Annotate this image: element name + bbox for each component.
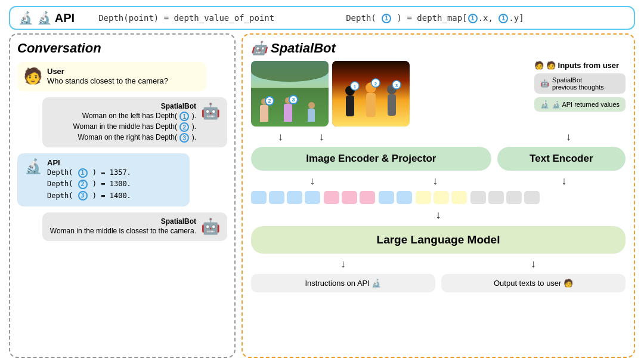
thoughts-chip: 🤖 SpatialBotprevious thoughts <box>534 73 626 94</box>
microscope-icon-chip: 🔬 <box>540 100 549 109</box>
p1-badge: 2 <box>265 96 274 106</box>
svg-rect-4 <box>366 93 376 117</box>
conversation-panel: Conversation 🧑 User Who stands closest t… <box>9 33 236 358</box>
nb2b: 2 <box>78 180 88 189</box>
arrow-enc3: ↓ <box>562 175 567 186</box>
api-header: 🔬 🔬 API Depth(point) = depth_value_of_po… <box>9 6 635 30</box>
bot1-text: Woman on the left has Depth( 1 ). Woman … <box>49 110 196 143</box>
api-title: 🔬 🔬 API <box>18 11 75 25</box>
svg-rect-2 <box>346 95 354 116</box>
output-arrow-2: ↓ <box>441 258 626 269</box>
token-p1 <box>324 191 339 204</box>
num-badge-1: 1 <box>382 14 391 23</box>
bot-avatar-icon-2: 🤖 <box>201 217 220 236</box>
api-icon: 🔬 <box>24 158 42 175</box>
bot-avatar-icon-1: 🤖 <box>201 102 220 121</box>
svg-rect-6 <box>388 94 396 116</box>
p2-body <box>284 104 292 122</box>
encoder-row: Image Encoder & Projector Text Encoder <box>251 147 626 171</box>
spatialbot-title-text: SpatialBot <box>271 41 336 56</box>
nb1: 1 <box>179 112 189 121</box>
depth-image: 1 2 3 <box>332 61 410 127</box>
bot2-text: Woman in the middle is closest to the ca… <box>49 226 196 236</box>
arrow-enc1: ↓ <box>310 175 315 186</box>
api-formula2: Depth( 1 ) = depth_map[1.x, 1.y] <box>346 13 524 23</box>
spatialbot-icon: 🤖 <box>251 41 267 56</box>
token-y3 <box>451 191 467 204</box>
nb3b: 3 <box>78 191 88 200</box>
api-returned-chip: 🔬 🔬 API returned values <box>534 97 626 112</box>
p3-head <box>308 102 315 109</box>
img-enc-arrows: ↓ ↓ <box>251 175 497 186</box>
token-y2 <box>434 191 449 204</box>
llm-box: Large Language Model <box>251 226 626 254</box>
depth-svg: 1 2 3 <box>332 61 410 127</box>
text-encoder-box: Text Encoder <box>497 147 626 171</box>
inputs-box: 🧑 🧑 Inputs from user 🤖 SpatialBotpreviou… <box>534 61 626 112</box>
blue-tokens-1 <box>251 191 320 204</box>
pink-tokens <box>324 191 375 204</box>
microscope-icon: 🔬 <box>18 11 33 25</box>
main-container: 🔬 🔬 API Depth(point) = depth_value_of_po… <box>0 0 644 364</box>
out-arr2: ↓ <box>531 258 536 269</box>
api-formula1: Depth(point) = depth_value_of_point <box>98 13 274 23</box>
user-avatar-icon: 🧑 <box>23 67 42 85</box>
api-bubble: 🔬 API Depth( 1 ) = 1357. Depth( 2 ) = 13… <box>17 153 190 206</box>
sb-images: 2 3 <box>251 61 410 127</box>
api-title-text: 🔬 API <box>37 11 75 25</box>
player-2: 3 <box>284 97 292 122</box>
user-icon-2: 🧑 <box>534 61 544 70</box>
user-message-content: User Who stands closest to the camera? <box>47 67 168 87</box>
num-badge-1c: 1 <box>499 14 508 23</box>
blue-tokens-2 <box>379 191 412 204</box>
bot2-content: SpatialBot Woman in the middle is closes… <box>49 217 196 236</box>
api-content: API Depth( 1 ) = 1357. Depth( 2 ) = 1300… <box>47 158 131 202</box>
inputs-label-text: 🧑 Inputs from user <box>546 61 619 70</box>
token-g1 <box>470 191 486 204</box>
token-b2 <box>269 191 284 204</box>
conversation-title: Conversation <box>17 41 227 56</box>
output-texts-box: Output texts to user 🧑 <box>441 274 626 292</box>
arrow-enc2: ↓ <box>433 175 438 186</box>
bot-bubble-1: SpatialBot Woman on the left has Depth( … <box>42 97 227 147</box>
token-row <box>251 191 626 204</box>
api-returned-text: 🔬 API returned values <box>552 101 620 109</box>
svg-text:3: 3 <box>395 83 398 88</box>
bot-icon-chip: 🤖 <box>540 79 549 88</box>
token-g3 <box>506 191 522 204</box>
token-g4 <box>524 191 540 204</box>
nb3: 3 <box>179 133 189 143</box>
num-badge-1b: 1 <box>468 14 478 23</box>
output-arrows-row: ↓ ↓ <box>251 258 626 269</box>
out-arr1: ↓ <box>340 258 346 269</box>
bot-bubble-2: SpatialBot Woman in the middle is closes… <box>42 212 227 241</box>
top-arrows-row: ↓ ↓ ↓ <box>251 131 626 142</box>
output-row: Instructions on API 🔬 Output texts to us… <box>251 274 626 292</box>
token-p3 <box>360 191 375 204</box>
llm-arrow: ↓ <box>251 209 626 221</box>
output-arrow-1: ↓ <box>251 258 435 269</box>
p2-badge: 3 <box>289 95 298 104</box>
token-b1 <box>251 191 267 204</box>
yellow-tokens <box>416 191 467 204</box>
user-label: User <box>47 67 168 76</box>
nb2: 2 <box>179 122 189 132</box>
inputs-label: 🧑 🧑 Inputs from user <box>534 61 619 70</box>
user-question: Who stands closest to the camera? <box>47 76 168 87</box>
token-y1 <box>416 191 431 204</box>
svg-text:2: 2 <box>374 81 377 87</box>
image-arrows: ↓ ↓ <box>251 131 506 142</box>
api-values: Depth( 1 ) = 1357. Depth( 2 ) = 1300. De… <box>47 167 131 202</box>
image-encoder-box: Image Encoder & Projector <box>251 147 491 171</box>
user-message-bubble: 🧑 User Who stands closest to the camera? <box>17 62 206 91</box>
p1-body <box>260 105 268 122</box>
spatialbot-title: 🤖 SpatialBot <box>251 41 626 56</box>
token-b5 <box>379 191 394 204</box>
instructions-output-box: Instructions on API 🔬 <box>251 274 435 292</box>
output1-label: Instructions on API 🔬 <box>305 279 381 288</box>
output2-label: Output texts to user 🧑 <box>494 279 573 288</box>
arrow-text: ↓ <box>566 131 571 142</box>
player-3 <box>308 102 315 122</box>
thoughts-text: SpatialBotprevious thoughts <box>552 76 604 91</box>
api-label: API <box>47 158 131 167</box>
